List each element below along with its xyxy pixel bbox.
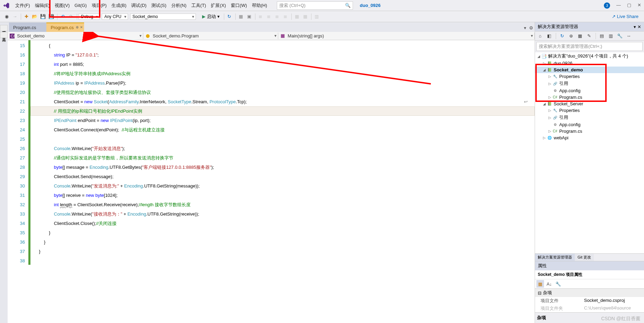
tree-item[interactable]: ▷🔧Properties (535, 73, 644, 80)
expand-icon[interactable]: ▷ (542, 61, 547, 65)
tree-item[interactable]: ⚙App.config (535, 121, 644, 128)
expand-icon[interactable]: ▷ (547, 108, 552, 112)
panel-close-icon[interactable]: ✕ (637, 24, 641, 29)
minimize-button[interactable]: ― (616, 2, 621, 9)
se-icon-4[interactable]: ▦ (576, 32, 584, 40)
menu-view[interactable]: 视图(V) (53, 2, 72, 9)
file-tab-inactive[interactable]: Program.cs (9, 23, 46, 32)
tb-icon-2[interactable]: ▣ (245, 13, 253, 20)
tree-item[interactable]: ◢📗Socket_Server (535, 101, 644, 107)
menu-analyze[interactable]: 分析(N) (169, 2, 189, 9)
tree-item[interactable]: ⚙App.config (535, 87, 644, 94)
close-tab-icon[interactable]: ✕ (80, 25, 83, 29)
tab-solution-explorer[interactable]: 解决方案资源管理器 (535, 254, 575, 261)
tb-icon-6[interactable]: ≣ (282, 13, 289, 20)
menu-extensions[interactable]: 扩展(X) (209, 2, 228, 9)
tb-icon-1[interactable]: ▦ (237, 13, 245, 20)
tab-git-changes[interactable]: Git 更改 (575, 254, 594, 261)
menu-file[interactable]: 文件(F) (13, 2, 32, 9)
se-icon-5[interactable]: ✎ (585, 32, 593, 40)
user-badge[interactable]: duo_0926 (360, 3, 381, 8)
se-icon-1[interactable]: ◧ (545, 32, 553, 40)
solution-tree[interactable]: ◢ 📑 解决方案"duo_0926"(4 个项目，共 4 个) ▷📗duo 09… (535, 52, 644, 253)
property-row[interactable]: 项目文件 Socket_demo.csproj (535, 297, 644, 305)
expand-icon[interactable]: ▷ (547, 129, 552, 133)
se-icon-3[interactable]: ⊕ (567, 32, 575, 40)
expand-icon[interactable]: ▷ (547, 95, 552, 99)
panel-dropdown-icon[interactable]: ▾ (634, 24, 636, 29)
menu-build[interactable]: 生成(B) (109, 2, 128, 9)
start-debug-button[interactable]: ▶启动 ▾ (199, 13, 223, 20)
notification-badge[interactable]: 3 (604, 2, 610, 9)
nav-fwd-button[interactable]: → (11, 13, 19, 20)
expand-icon[interactable]: ▷ (547, 82, 552, 86)
save-all-button[interactable]: 💾 (47, 13, 55, 20)
se-icon-7[interactable]: ▥ (607, 32, 615, 40)
wrench-icon[interactable]: 🔧 (616, 32, 624, 40)
file-tab-active[interactable]: Program.cs ⊕ ✕ (46, 23, 84, 32)
collapse-icon[interactable]: ⊟ (538, 290, 542, 296)
tb-icon-4[interactable]: ≣ (265, 13, 273, 20)
tb-icon-5[interactable]: ≣ (273, 13, 281, 20)
tree-item[interactable]: ▷C#Program.cs (535, 94, 644, 101)
tabs-dropdown-button[interactable]: ▾ (523, 24, 528, 32)
open-button[interactable]: 📂 (31, 13, 38, 20)
properties-category[interactable]: ⊟ 杂项 (535, 289, 644, 297)
menu-tools[interactable]: 工具(T) (189, 2, 208, 9)
nav-back-button[interactable]: ◉ (3, 13, 10, 20)
tree-item[interactable]: ▷C#Program.cs (535, 128, 644, 134)
undo-button[interactable]: ↶ (59, 13, 66, 20)
refresh-button[interactable]: ↻ (226, 13, 233, 20)
se-icon-6[interactable]: ▤ (598, 32, 606, 40)
tree-item[interactable]: ▷🌐webApi (535, 134, 644, 141)
live-share-button[interactable]: ↗ Live Share (612, 14, 641, 19)
tree-item[interactable]: ◢📗Socket_demo (535, 67, 644, 73)
menu-window[interactable]: 窗口(W) (229, 2, 249, 9)
menu-project[interactable]: 项目(P) (90, 2, 109, 9)
platform-combo[interactable]: Any CPU (102, 14, 128, 20)
save-button[interactable]: 💾 (39, 13, 47, 20)
tb-icon-8[interactable]: ▦ (301, 13, 309, 20)
search-box[interactable]: 搜索 (Ctrl+Q) 🔍 (277, 1, 353, 10)
se-icon-2[interactable]: ↻ (558, 32, 566, 40)
menu-debug[interactable]: 调试(D) (129, 2, 148, 9)
expand-icon[interactable] (547, 89, 552, 93)
pin-icon[interactable]: ⊕ (76, 25, 79, 29)
tb-icon-9[interactable]: ▥ (313, 13, 320, 20)
props-wrench-icon[interactable]: 🔧 (554, 280, 562, 288)
toolbox-tab[interactable]: 工具箱 (0, 32, 8, 38)
expand-icon[interactable]: ▷ (542, 136, 547, 140)
new-project-button[interactable]: ✚ (22, 13, 30, 20)
menu-edit[interactable]: 编辑(E) (33, 2, 52, 9)
startup-project-combo[interactable]: Socket_demo (130, 14, 196, 20)
menu-help[interactable]: 帮助(H) (250, 2, 269, 9)
props-alpha-icon[interactable]: A↓ (545, 280, 553, 288)
tb-icon-3[interactable]: ≣ (257, 13, 264, 20)
close-button[interactable]: ✕ (637, 2, 641, 9)
maximize-button[interactable]: ▢ (627, 2, 631, 9)
solution-search[interactable]: 搜索解决方案资源管理器(Ctrl+;) (536, 42, 643, 51)
expand-icon[interactable]: ◢ (542, 68, 547, 72)
menu-test[interactable]: 测试(S) (149, 2, 168, 9)
tree-item[interactable]: ▷🔗引用 (535, 114, 644, 121)
menu-git[interactable]: Git(G) (72, 2, 89, 9)
props-categorized-icon[interactable]: ▦ (536, 280, 544, 288)
redo-button[interactable]: ↷ (67, 13, 75, 20)
config-combo[interactable]: Debug (79, 14, 100, 20)
properties-grid[interactable]: ⊟ 杂项 项目文件 Socket_demo.csproj 项目文件夹 C:\Us… (535, 289, 644, 312)
expand-icon[interactable] (547, 123, 552, 126)
tree-item[interactable]: ▷📗duo 0926 (535, 60, 644, 67)
tree-item[interactable]: ▷🔧Properties (535, 107, 644, 114)
expand-icon[interactable]: ▷ (547, 116, 552, 120)
home-icon[interactable]: ⌂ (536, 32, 544, 40)
se-icon-8[interactable]: ↔ (625, 32, 633, 40)
server-explorer-tab[interactable]: 服务器资源管理器 (0, 25, 8, 31)
solution-root[interactable]: ◢ 📑 解决方案"duo_0926"(4 个项目，共 4 个) (535, 52, 644, 60)
expand-icon[interactable]: ◢ (536, 54, 541, 58)
tabs-settings-button[interactable]: ⚙ (528, 24, 535, 32)
expand-icon[interactable]: ◢ (542, 102, 547, 106)
tb-icon-7[interactable]: ▦ (293, 13, 301, 20)
expand-icon[interactable]: ▷ (547, 75, 552, 78)
tree-item[interactable]: ▷🔗引用 (535, 80, 644, 87)
property-row[interactable]: 项目文件夹 C:\Users\qwe84\source (535, 305, 644, 312)
